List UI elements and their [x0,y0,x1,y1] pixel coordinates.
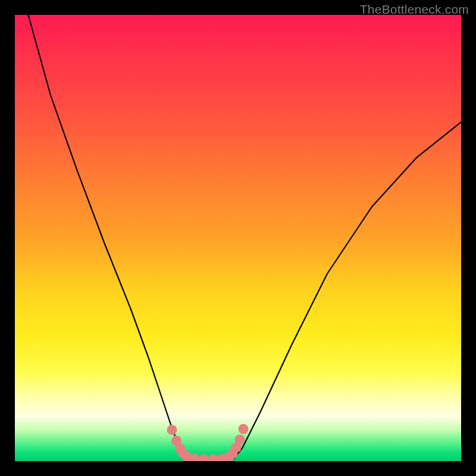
highlight-dot [208,455,218,462]
bottleneck-curve [29,15,462,460]
marker-layer [167,424,249,462]
highlight-dot [199,455,209,462]
outer-frame: TheBottleneck.com [0,0,476,476]
highlight-dot [239,424,249,434]
chart-svg [15,15,461,461]
chart-plot-area [15,15,461,461]
highlight-dot [167,425,177,435]
curve-layer [29,15,462,460]
highlight-dot [235,435,245,445]
